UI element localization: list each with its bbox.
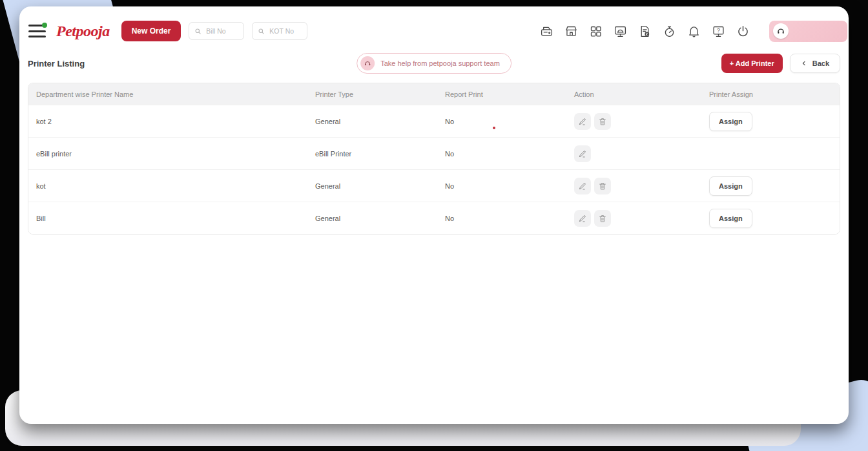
kot-no-search-box — [252, 22, 307, 40]
edit-pencil-icon — [578, 214, 587, 223]
assign-button[interactable]: Assign — [709, 112, 752, 131]
printer-table: Department wise Printer Name Printer Typ… — [28, 83, 840, 235]
report-print-cell: No — [437, 150, 566, 158]
headset-icon — [773, 23, 789, 39]
printer-type-cell: General — [307, 215, 437, 222]
bill-no-search-box — [189, 22, 244, 40]
report-print-cell: No — [437, 118, 566, 125]
apps-grid-icon — [589, 25, 603, 38]
column-header: Printer Type — [307, 90, 437, 98]
search-icon — [194, 28, 202, 35]
edit-button[interactable] — [574, 113, 591, 130]
support-contact-pill[interactable] — [769, 21, 847, 42]
help-button[interactable]: ? — [712, 25, 725, 38]
printer-type-cell: eBill Printer — [307, 150, 437, 158]
search-icon — [258, 28, 265, 35]
edit-button[interactable] — [574, 178, 591, 194]
app-window: Petpooja New Order — [19, 6, 849, 424]
order-display-icon — [614, 25, 627, 38]
page-title: Printer Listing — [28, 59, 85, 68]
printer-assign-cell: Assign — [701, 112, 840, 131]
action-cell — [566, 113, 701, 130]
header-actions: + Add Printer Back — [721, 54, 840, 73]
action-cell — [566, 210, 701, 227]
back-label: Back — [812, 59, 829, 67]
order-display-button[interactable] — [614, 25, 627, 38]
billing-machine-icon — [540, 25, 553, 38]
printer-name-cell: kot 2 — [28, 118, 307, 125]
store-icon — [564, 25, 578, 38]
column-header: Printer Assign — [701, 90, 840, 98]
notifications-button[interactable] — [687, 25, 701, 38]
delete-button[interactable] — [594, 210, 611, 227]
kot-no-input[interactable] — [268, 26, 302, 36]
svg-text:?: ? — [717, 27, 720, 34]
report-button[interactable] — [638, 25, 652, 38]
edit-pencil-icon — [578, 117, 587, 126]
cursor-dot — [493, 127, 495, 129]
chevron-left-icon — [801, 60, 807, 67]
topbar-icon-group: ? — [540, 25, 750, 38]
delete-button[interactable] — [594, 178, 611, 194]
hamburger-menu-button[interactable] — [28, 25, 46, 37]
table-row: kot General No Assign — [28, 169, 840, 202]
headset-icon — [360, 56, 375, 70]
table-body: kot 2 General No Assign eBill printer eB… — [28, 105, 840, 234]
back-button[interactable]: Back — [790, 54, 840, 73]
power-icon — [736, 25, 750, 38]
printer-assign-cell: Assign — [701, 176, 840, 196]
apps-grid-button[interactable] — [589, 25, 603, 38]
delete-button[interactable] — [594, 113, 611, 130]
petpooja-logo: Petpooja — [56, 23, 110, 39]
bell-icon — [687, 25, 701, 38]
store-button[interactable] — [564, 25, 578, 38]
add-printer-button[interactable]: + Add Printer — [721, 54, 783, 73]
edit-pencil-icon — [578, 182, 587, 191]
help-screen-icon: ? — [712, 25, 725, 38]
column-header: Department wise Printer Name — [28, 90, 307, 98]
printer-assign-cell: Assign — [701, 209, 840, 228]
table-row: eBill printer eBill Printer No — [28, 137, 840, 169]
edit-button[interactable] — [574, 210, 591, 227]
new-order-button[interactable]: New Order — [121, 21, 181, 41]
action-cell — [566, 145, 701, 162]
timer-icon — [663, 25, 676, 38]
printer-name-cell: kot — [28, 182, 307, 190]
take-help-button[interactable]: Take help from petpooja support team — [356, 53, 512, 74]
top-bar: Petpooja New Order — [19, 6, 849, 47]
action-cell — [566, 178, 701, 194]
power-button[interactable] — [736, 25, 750, 38]
take-help-label: Take help from petpooja support team — [380, 59, 500, 67]
printer-type-cell: General — [307, 182, 437, 190]
bill-no-input[interactable] — [205, 26, 238, 36]
page-header: Printer Listing Take help from petpooja … — [19, 47, 849, 75]
report-print-cell: No — [437, 215, 566, 222]
printer-type-cell: General — [307, 118, 437, 125]
edit-button[interactable] — [574, 145, 591, 162]
timer-button[interactable] — [663, 25, 676, 38]
trash-icon — [598, 117, 607, 126]
table-row: Bill General No Assign — [28, 202, 840, 234]
assign-button[interactable]: Assign — [709, 209, 752, 228]
status-online-dot — [42, 23, 47, 28]
column-header: Action — [566, 90, 701, 98]
table-row: kot 2 General No Assign — [28, 105, 840, 137]
trash-icon — [598, 182, 607, 191]
printer-name-cell: eBill printer — [28, 150, 307, 158]
assign-button[interactable]: Assign — [709, 176, 752, 196]
table-header-row: Department wise Printer Name Printer Typ… — [28, 83, 840, 105]
trash-icon — [598, 214, 607, 223]
edit-pencil-icon — [578, 149, 587, 158]
report-icon — [638, 25, 652, 38]
printer-name-cell: Bill — [28, 215, 307, 222]
column-header: Report Print — [437, 90, 566, 98]
report-print-cell: No — [437, 182, 566, 190]
billing-machine-button[interactable] — [540, 25, 553, 38]
